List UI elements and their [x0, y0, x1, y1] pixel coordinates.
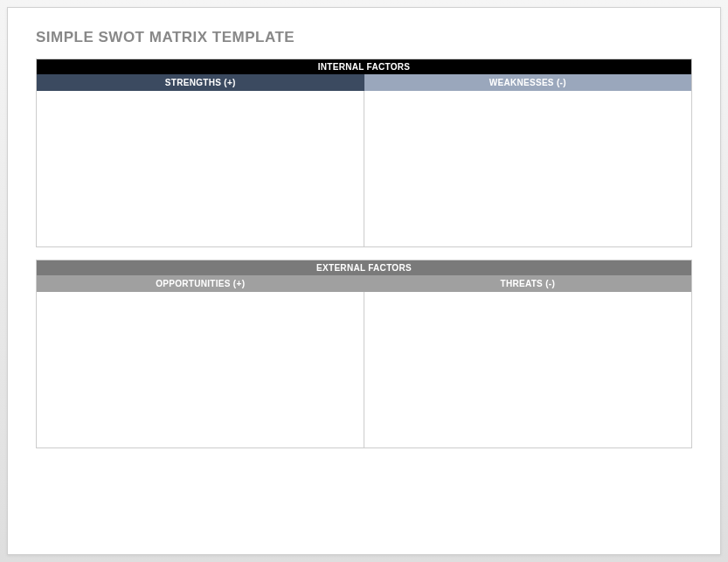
internal-content-row [37, 91, 691, 246]
internal-column-headers: STRENGTHS (+) WEAKNESSES (-) [37, 74, 691, 91]
internal-factors-section: INTERNAL FACTORS STRENGTHS (+) WEAKNESSE… [36, 59, 692, 247]
strengths-header: STRENGTHS (+) [37, 74, 364, 91]
external-content-row [37, 292, 691, 448]
document-title: SIMPLE SWOT MATRIX TEMPLATE [36, 29, 692, 46]
weaknesses-cell[interactable] [364, 91, 691, 246]
document-page: SIMPLE SWOT MATRIX TEMPLATE INTERNAL FAC… [7, 7, 721, 555]
threats-cell[interactable] [364, 292, 691, 448]
external-factors-section: EXTERNAL FACTORS OPPORTUNITIES (+) THREA… [36, 260, 692, 448]
internal-factors-header: INTERNAL FACTORS [37, 59, 691, 74]
opportunities-cell[interactable] [37, 292, 364, 448]
opportunities-header: OPPORTUNITIES (+) [37, 275, 364, 292]
weaknesses-header: WEAKNESSES (-) [364, 74, 692, 91]
external-column-headers: OPPORTUNITIES (+) THREATS (-) [37, 275, 691, 292]
external-factors-header: EXTERNAL FACTORS [37, 260, 691, 275]
threats-header: THREATS (-) [364, 275, 692, 292]
strengths-cell[interactable] [37, 91, 364, 246]
